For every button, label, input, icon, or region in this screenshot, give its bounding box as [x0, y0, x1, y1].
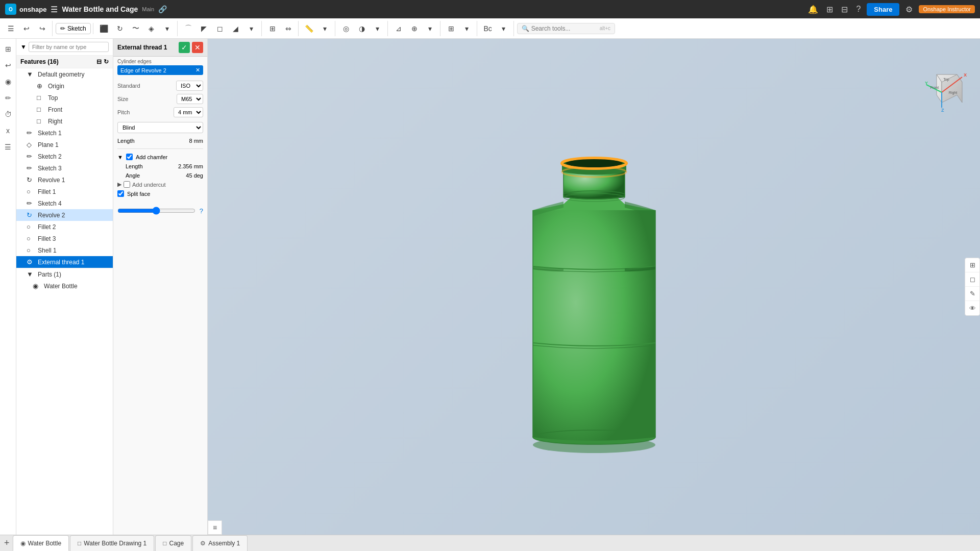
dialog-length-value: 8 mm — [189, 138, 204, 144]
feature-item-default-geometry[interactable]: ▼ Default geometry — [16, 68, 113, 80]
feature-label-front: Front — [48, 106, 62, 113]
redo-button[interactable]: ↪ — [35, 21, 50, 36]
doc-title: Water Bottle and Cage — [62, 5, 138, 13]
assembly-btn[interactable]: ⊿ — [391, 21, 406, 36]
undercut-expand-icon[interactable]: ▶ — [117, 181, 121, 188]
dialog-add-chamfer-checkbox[interactable] — [126, 154, 133, 160]
more2-btn[interactable]: ▾ — [244, 21, 259, 36]
chamfer-expand-icon[interactable]: ▼ — [117, 154, 123, 160]
toolbar-menu-btn[interactable]: ☰ — [3, 21, 18, 36]
feature-item-revolve2[interactable]: ↻ Revolve 2 — [16, 209, 113, 221]
hide-btn[interactable]: ◎ — [338, 21, 354, 36]
more-btn[interactable]: ▾ — [160, 21, 175, 36]
tab-water-bottle[interactable]: ◉ Water Bottle — [13, 535, 69, 551]
nav-cube[interactable]: X Y Z Top Front Right — [924, 69, 970, 115]
dialog-split-face-checkbox[interactable] — [117, 190, 124, 197]
sketch-sidebar-icon[interactable]: ✏ — [2, 92, 14, 104]
section-btn[interactable]: ◑ — [354, 21, 370, 36]
add-tab-button[interactable]: + — [4, 538, 10, 548]
more3-btn[interactable]: ▾ — [317, 21, 333, 36]
feature-item-water-bottle-part[interactable]: ◉ Water Bottle — [16, 280, 113, 292]
refresh-icon[interactable]: ↻ — [104, 58, 109, 65]
revolve2-icon: ↻ — [27, 211, 35, 219]
feature-item-sketch3[interactable]: ✏ Sketch 3 — [16, 162, 113, 174]
sweep-btn[interactable]: 〜 — [128, 21, 143, 36]
parts-sidebar-icon[interactable]: ◉ — [2, 76, 14, 88]
dialog-add-undercut-checkbox[interactable] — [124, 181, 130, 188]
dialog-standard-select[interactable]: ISOUNBSP — [176, 81, 203, 91]
tab-cage[interactable]: □ Cage — [155, 535, 191, 551]
dialog-confirm-button[interactable]: ✓ — [179, 42, 190, 53]
feature-item-right[interactable]: □ Right — [20, 115, 113, 127]
fillet-btn[interactable]: ⌒ — [181, 21, 196, 36]
dialog-cancel-button[interactable]: ✕ — [192, 42, 203, 53]
vcr-btn-4[interactable]: 👁 — [965, 301, 979, 315]
menu-icon[interactable]: ☰ — [51, 5, 58, 14]
feature-item-shell1[interactable]: ○ Shell 1 — [16, 244, 113, 256]
sketch-button[interactable]: ✏ Sketch — [56, 23, 91, 34]
toolbar-measure-group: 📏 ▾ — [302, 21, 335, 36]
feature-item-revolve1[interactable]: ↻ Revolve 1 — [16, 174, 113, 186]
mirror-btn[interactable]: ⇔ — [281, 21, 296, 36]
dialog-blind-select[interactable]: BlindThrough — [117, 122, 203, 133]
dialog-edge-remove-icon[interactable]: ✕ — [195, 67, 200, 73]
parts-header-item[interactable]: ▼ Parts (1) — [16, 268, 113, 280]
dialog-pitch-select[interactable]: 4 mm2 mm3 mm — [174, 107, 203, 117]
draft-btn[interactable]: ◢ — [228, 21, 243, 36]
shell-btn[interactable]: ◻ — [212, 21, 228, 36]
undo-sidebar-icon[interactable]: ↩ — [2, 59, 14, 71]
feature-item-plane1[interactable]: ◇ Plane 1 — [16, 139, 113, 151]
timeline-icon[interactable]: ⏱ — [2, 108, 14, 120]
feature-item-fillet3[interactable]: ○ Fillet 3 — [16, 233, 113, 244]
notifications-icon[interactable]: 🔔 — [806, 4, 820, 15]
dialog-slider[interactable] — [117, 207, 195, 215]
measure-btn[interactable]: 📏 — [302, 21, 317, 36]
feature-item-sketch2[interactable]: ✏ Sketch 2 — [16, 151, 113, 162]
loft-btn[interactable]: ◈ — [144, 21, 159, 36]
extrude-btn[interactable]: ⬛ — [96, 21, 112, 36]
feature-item-front[interactable]: □ Front — [20, 104, 113, 115]
apps-icon[interactable]: ⊞ — [824, 4, 835, 15]
vcr-btn-3[interactable]: ✎ — [965, 287, 979, 301]
feature-item-fillet1[interactable]: ○ Fillet 1 — [16, 186, 113, 197]
feature-item-sketch4[interactable]: ✏ Sketch 4 — [16, 197, 113, 209]
tab-assembly1[interactable]: ⚙ Assembly 1 — [192, 535, 248, 551]
share-button[interactable]: Share — [867, 3, 899, 16]
variable-icon[interactable]: x — [2, 124, 14, 137]
undo-button[interactable]: ↩ — [19, 21, 34, 36]
dialog-split-face-row: Split face — [117, 189, 203, 198]
more6-btn[interactable]: ▾ — [459, 21, 475, 36]
tab-water-bottle-drawing[interactable]: □ Water Bottle Drawing 1 — [70, 535, 154, 551]
table-icon[interactable]: ☰ — [2, 141, 14, 153]
dialog-help-icon[interactable]: ? — [200, 207, 203, 215]
search-tools-input[interactable] — [531, 25, 598, 32]
revolve-btn[interactable]: ↻ — [112, 21, 128, 36]
user-badge[interactable]: Onshape Instructor — [919, 5, 975, 13]
viewport[interactable]: X Y Z Top Front Right ⊞ ◻ ✎ 👁 ≡ — [208, 39, 980, 535]
dialog-split-face-label: Split face — [127, 191, 150, 197]
joint-btn[interactable]: ⊕ — [407, 21, 422, 36]
feature-item-sketch1[interactable]: ✏ Sketch 1 — [16, 127, 113, 139]
more7-btn[interactable]: ▾ — [496, 21, 511, 36]
viewport-list-icon[interactable]: ≡ — [208, 520, 222, 535]
pattern-btn[interactable]: ⊞ — [265, 21, 280, 36]
more4-btn[interactable]: ▾ — [370, 21, 385, 36]
feature-filter-input[interactable] — [29, 42, 109, 52]
dialog-size-select[interactable]: M65M50M60 — [177, 94, 203, 104]
more5-btn[interactable]: ▾ — [423, 21, 438, 36]
display-btn[interactable]: ⊞ — [444, 21, 459, 36]
help-icon[interactable]: ? — [854, 4, 863, 15]
settings-icon[interactable]: ⚙ — [903, 4, 915, 15]
feature-item-top[interactable]: □ Top — [20, 92, 113, 104]
link-icon[interactable]: 🔗 — [158, 5, 167, 13]
vcr-btn-1[interactable]: ⊞ — [965, 258, 979, 272]
collapse-icon[interactable]: ⊟ — [96, 58, 102, 65]
grid-icon[interactable]: ⊟ — [839, 4, 850, 15]
chamfer-btn[interactable]: ◤ — [197, 21, 212, 36]
features-icon[interactable]: ⊞ — [2, 43, 14, 55]
feature-item-fillet2[interactable]: ○ Fillet 2 — [16, 221, 113, 233]
vcr-btn-2[interactable]: ◻ — [965, 272, 979, 287]
feature-item-origin[interactable]: ⊕ Origin — [20, 80, 113, 92]
feature-item-external-thread1[interactable]: ⚙ External thread 1 — [16, 256, 113, 268]
render-mode-btn[interactable]: Bc — [480, 21, 496, 36]
